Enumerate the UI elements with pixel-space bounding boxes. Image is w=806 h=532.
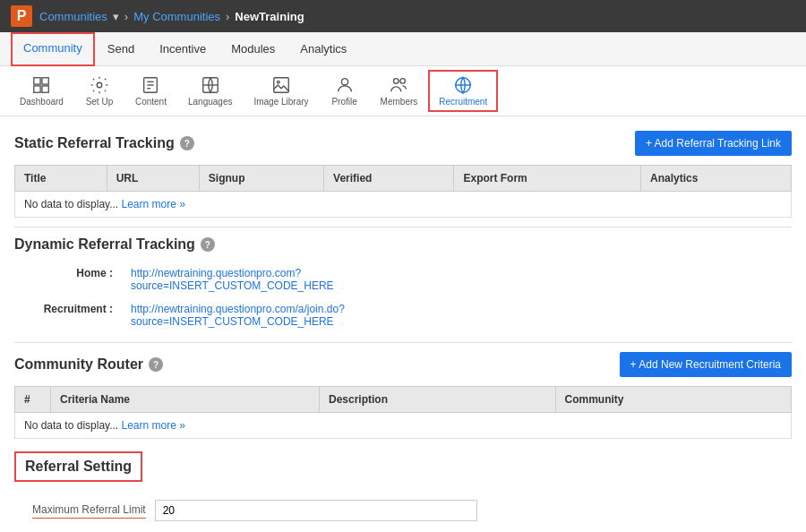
col-url: URL bbox=[107, 166, 199, 192]
recruitment-label: Recruitment bbox=[439, 97, 487, 107]
col-verified: Verified bbox=[324, 166, 454, 192]
nav-modules[interactable]: Modules bbox=[219, 32, 287, 66]
col-export-form: Export Form bbox=[454, 166, 641, 192]
static-referral-help-icon[interactable]: ? bbox=[180, 136, 194, 150]
static-referral-title: Static Referral Tracking ? bbox=[14, 135, 194, 151]
svg-rect-11 bbox=[274, 78, 289, 93]
toolbar-dashboard[interactable]: Dashboard bbox=[11, 72, 73, 110]
col-community: Community bbox=[555, 387, 792, 413]
toolbar-recruitment[interactable]: Recruitment bbox=[430, 72, 496, 110]
static-referral-no-data: No data to display... Learn more » bbox=[15, 192, 792, 218]
svg-rect-3 bbox=[42, 86, 48, 92]
max-referral-input[interactable] bbox=[155, 500, 477, 521]
toolbar-content[interactable]: Content bbox=[126, 72, 176, 110]
svg-point-13 bbox=[341, 79, 347, 85]
community-router-help-icon[interactable]: ? bbox=[149, 357, 163, 372]
members-icon bbox=[389, 75, 408, 95]
community-router-no-data: No data to display... Learn more » bbox=[15, 413, 792, 439]
community-router-table: # Criteria Name Description Community No… bbox=[14, 386, 792, 439]
col-num: # bbox=[15, 387, 51, 413]
community-router-learn-more[interactable]: Learn more » bbox=[122, 419, 185, 432]
toolbar-setup[interactable]: Set Up bbox=[76, 72, 123, 110]
col-description: Description bbox=[319, 387, 555, 413]
dashboard-label: Dashboard bbox=[20, 97, 64, 107]
image-library-label: Image Library bbox=[253, 97, 308, 107]
languages-label: Languages bbox=[188, 97, 233, 107]
dynamic-referral-title: Dynamic Referral Tracking ? bbox=[14, 236, 792, 253]
recruitment-label: Recruitment : bbox=[32, 297, 122, 333]
toolbar-image-library[interactable]: Image Library bbox=[244, 72, 317, 110]
col-criteria-name: Criteria Name bbox=[51, 387, 320, 413]
languages-icon bbox=[201, 75, 220, 95]
static-referral-header: Static Referral Tracking ? + Add Referra… bbox=[14, 131, 792, 156]
col-title: Title bbox=[15, 166, 107, 192]
add-referral-tracking-link-button[interactable]: + Add Referral Tracking Link bbox=[635, 131, 792, 156]
main-nav: Community Send Incentive Modules Analyti… bbox=[0, 32, 806, 66]
svg-rect-1 bbox=[42, 78, 48, 84]
svg-point-12 bbox=[277, 81, 279, 83]
community-router-title: Community Router ? bbox=[14, 356, 163, 373]
max-referral-label: Maximum Referral Limit bbox=[32, 503, 146, 519]
svg-point-4 bbox=[97, 82, 102, 88]
recruitment-icon bbox=[453, 75, 473, 95]
image-icon bbox=[271, 75, 291, 95]
gear-icon bbox=[90, 75, 109, 95]
col-signup: Signup bbox=[199, 166, 323, 192]
recruitment-url: http://newtraining.questionpro.com/a/joi… bbox=[122, 297, 499, 333]
breadcrumb-sep2: › bbox=[226, 10, 229, 23]
breadcrumb-communities[interactable]: Communities bbox=[39, 10, 107, 23]
dashboard-icon bbox=[31, 75, 51, 95]
home-url: http://newtraining.questionpro.com?sourc… bbox=[122, 262, 499, 297]
svg-rect-0 bbox=[34, 78, 40, 84]
members-label: Members bbox=[381, 97, 418, 107]
nav-send[interactable]: Send bbox=[95, 32, 147, 66]
top-bar: P Communities ▾ › My Communities › NewTr… bbox=[0, 0, 806, 32]
home-label: Home : bbox=[32, 262, 122, 297]
svg-point-14 bbox=[394, 79, 399, 84]
col-analytics: Analytics bbox=[641, 166, 792, 192]
main-content: Static Referral Tracking ? + Add Referra… bbox=[0, 116, 806, 532]
dynamic-referral-table: Home : http://newtraining.questionpro.co… bbox=[32, 262, 499, 333]
dynamic-referral-help-icon[interactable]: ? bbox=[201, 237, 215, 252]
nav-incentive[interactable]: Incentive bbox=[147, 32, 219, 66]
svg-rect-2 bbox=[34, 86, 40, 92]
breadcrumb-my-communities[interactable]: My Communities bbox=[133, 10, 220, 23]
referral-setting-title: Referral Setting bbox=[25, 459, 132, 474]
breadcrumb-current: NewTraining bbox=[235, 10, 304, 23]
toolbar-profile[interactable]: Profile bbox=[322, 72, 368, 110]
icon-toolbar: Dashboard Set Up Content Languages bbox=[0, 66, 806, 116]
breadcrumb-arrow-1: ▾ bbox=[113, 10, 119, 23]
profile-label: Profile bbox=[331, 97, 356, 107]
add-recruitment-criteria-button[interactable]: + Add New Recruitment Criteria bbox=[620, 352, 792, 377]
static-referral-learn-more[interactable]: Learn more » bbox=[122, 198, 185, 210]
breadcrumb: Communities ▾ › My Communities › NewTrai… bbox=[39, 10, 304, 23]
static-referral-table: Title URL Signup Verified Export Form An… bbox=[14, 165, 792, 218]
nav-community[interactable]: Community bbox=[11, 32, 95, 66]
content-icon bbox=[141, 75, 160, 95]
content-label: Content bbox=[135, 97, 167, 107]
breadcrumb-arrow-sep1: › bbox=[124, 10, 128, 23]
toolbar-members[interactable]: Members bbox=[372, 72, 427, 110]
community-router-header: Community Router ? + Add New Recruitment… bbox=[14, 352, 792, 377]
max-referral-row: Maximum Referral Limit bbox=[32, 500, 792, 521]
nav-analytics[interactable]: Analytics bbox=[287, 32, 359, 66]
referral-setting-box: Referral Setting bbox=[14, 451, 142, 482]
profile-icon bbox=[335, 75, 355, 95]
toolbar-languages[interactable]: Languages bbox=[179, 72, 242, 110]
setup-label: Set Up bbox=[86, 97, 114, 107]
svg-point-15 bbox=[400, 79, 406, 84]
logo-icon: P bbox=[11, 5, 32, 27]
